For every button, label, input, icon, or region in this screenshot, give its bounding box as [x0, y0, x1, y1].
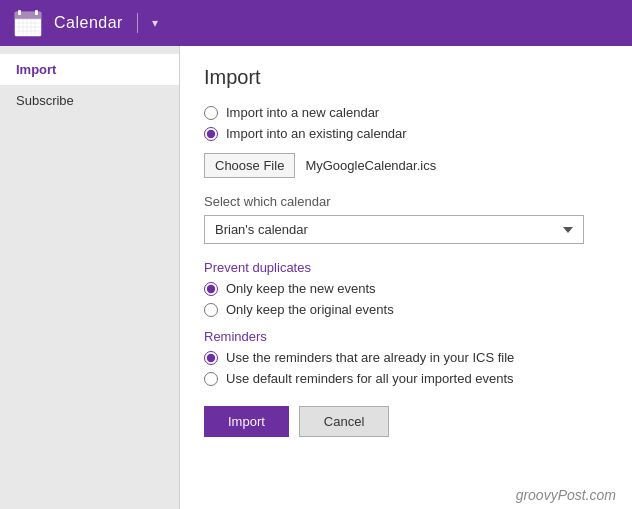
watermark: groovyPost.com [500, 481, 632, 509]
page-title: Import [204, 66, 608, 89]
cancel-button[interactable]: Cancel [299, 406, 389, 437]
file-row: Choose File MyGoogleCalendar.ics [204, 153, 608, 178]
svg-rect-2 [18, 10, 21, 15]
sidebar: Import Subscribe [0, 46, 180, 509]
sidebar-item-subscribe[interactable]: Subscribe [0, 85, 179, 116]
use-ics-reminders-option[interactable]: Use the reminders that are already in yo… [204, 350, 608, 365]
import-target-group: Import into a new calendar Import into a… [204, 105, 608, 141]
use-default-radio[interactable] [204, 372, 218, 386]
prevent-duplicates-section: Prevent duplicates Only keep the new eve… [204, 260, 608, 317]
calendar-icon [12, 7, 44, 39]
sidebar-item-import[interactable]: Import [0, 54, 179, 85]
import-new-label: Import into a new calendar [226, 105, 379, 120]
content-area: Import Import into a new calendar Import… [180, 46, 632, 509]
reminders-title: Reminders [204, 329, 608, 344]
calendar-select-section: Select which calendar Brian's calendar [204, 194, 608, 244]
import-existing-calendar-option[interactable]: Import into an existing calendar [204, 126, 608, 141]
import-existing-label: Import into an existing calendar [226, 126, 407, 141]
svg-rect-3 [35, 10, 38, 15]
title-chevron[interactable]: ▾ [152, 16, 158, 30]
import-new-calendar-option[interactable]: Import into a new calendar [204, 105, 608, 120]
reminders-group: Use the reminders that are already in yo… [204, 350, 608, 386]
calendar-dropdown[interactable]: Brian's calendar [204, 215, 584, 244]
app-title: Calendar [54, 14, 123, 32]
select-calendar-label: Select which calendar [204, 194, 608, 209]
choose-file-button[interactable]: Choose File [204, 153, 295, 178]
use-ics-radio[interactable] [204, 351, 218, 365]
reminders-section: Reminders Use the reminders that are alr… [204, 329, 608, 386]
main-layout: Import Subscribe Import Import into a ne… [0, 46, 632, 509]
duplicates-group: Only keep the new events Only keep the o… [204, 281, 608, 317]
use-default-reminders-option[interactable]: Use default reminders for all your impor… [204, 371, 608, 386]
prevent-duplicates-title: Prevent duplicates [204, 260, 608, 275]
keep-new-events-option[interactable]: Only keep the new events [204, 281, 608, 296]
file-name-display: MyGoogleCalendar.ics [305, 158, 436, 173]
keep-original-events-option[interactable]: Only keep the original events [204, 302, 608, 317]
use-default-label: Use default reminders for all your impor… [226, 371, 514, 386]
keep-original-radio[interactable] [204, 303, 218, 317]
keep-new-label: Only keep the new events [226, 281, 376, 296]
import-existing-radio[interactable] [204, 127, 218, 141]
button-row: Import Cancel [204, 406, 608, 437]
use-ics-label: Use the reminders that are already in yo… [226, 350, 514, 365]
title-bar: Calendar ▾ [0, 0, 632, 46]
import-new-radio[interactable] [204, 106, 218, 120]
keep-new-radio[interactable] [204, 282, 218, 296]
title-divider [137, 13, 138, 33]
import-button[interactable]: Import [204, 406, 289, 437]
keep-original-label: Only keep the original events [226, 302, 394, 317]
